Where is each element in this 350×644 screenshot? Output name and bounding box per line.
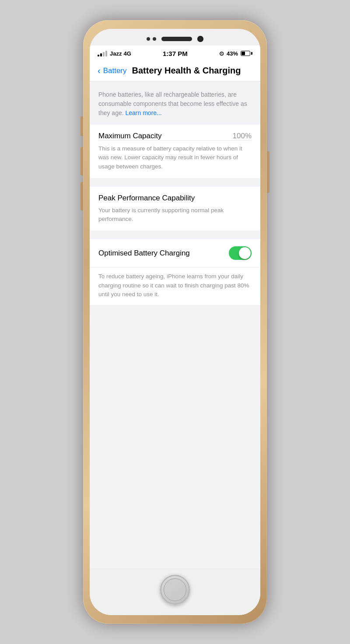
home-button-inner bbox=[164, 578, 186, 601]
bar2 bbox=[100, 53, 102, 56]
peak-performance-card: Peak Performance Capability Your battery… bbox=[90, 187, 260, 231]
battery-icon bbox=[241, 51, 252, 56]
phone-frame: Jazz 4G 1:37 PM ⊙ 43% bbox=[83, 20, 267, 624]
volume-down-button[interactable] bbox=[80, 182, 83, 210]
battery-tip bbox=[251, 52, 252, 55]
proximity-sensor bbox=[147, 37, 150, 41]
back-label[interactable]: Battery bbox=[103, 66, 127, 75]
earpiece-speaker bbox=[161, 37, 192, 41]
learn-more-link[interactable]: Learn more... bbox=[126, 109, 162, 116]
battery-body bbox=[241, 51, 250, 56]
home-area bbox=[90, 568, 260, 612]
maximum-capacity-card: Maximum Capacity 100% This is a measure … bbox=[90, 125, 260, 178]
battery-percent: 43% bbox=[227, 50, 238, 57]
section-gap-1 bbox=[90, 179, 260, 187]
peak-performance-description: Your battery is currently supporting nor… bbox=[98, 206, 252, 224]
bar3 bbox=[103, 52, 105, 56]
optimised-charging-label: Optimised Battery Charging bbox=[98, 249, 190, 258]
back-button[interactable]: ‹ Battery bbox=[98, 66, 127, 76]
network-type: 4G bbox=[123, 50, 131, 57]
toggle-knob bbox=[239, 247, 251, 259]
camera-area bbox=[147, 36, 203, 42]
status-time: 1:37 PM bbox=[163, 50, 188, 57]
battery-fill bbox=[242, 52, 245, 55]
capacity-description: This is a measure of battery capacity re… bbox=[98, 144, 252, 171]
optimised-charging-toggle[interactable] bbox=[229, 246, 252, 260]
section-gap-2 bbox=[90, 231, 260, 239]
status-left: Jazz 4G bbox=[98, 50, 131, 57]
top-hardware bbox=[90, 29, 260, 46]
back-chevron-icon: ‹ bbox=[98, 66, 101, 76]
page-title: Battery Health & Charging bbox=[132, 66, 241, 76]
signal-bars bbox=[98, 51, 107, 56]
content-area: Phone batteries, like all rechargeable b… bbox=[90, 81, 260, 568]
screen: Jazz 4G 1:37 PM ⊙ 43% bbox=[90, 46, 260, 568]
bar4 bbox=[105, 51, 107, 56]
capacity-value: 100% bbox=[233, 132, 252, 140]
peak-performance-label: Peak Performance Capability bbox=[98, 194, 195, 202]
intro-section: Phone batteries, like all rechargeable b… bbox=[90, 81, 260, 125]
charging-description-card: To reduce battery ageing, iPhone learns … bbox=[90, 268, 260, 305]
status-right: ⊙ 43% bbox=[219, 50, 252, 57]
optimised-charging-description: To reduce battery ageing, iPhone learns … bbox=[98, 272, 252, 299]
phone-screen-area: Jazz 4G 1:37 PM ⊙ 43% bbox=[90, 29, 260, 615]
screen-bottom bbox=[90, 612, 260, 615]
ambient-sensor bbox=[153, 37, 156, 41]
power-button[interactable] bbox=[267, 151, 270, 193]
optimised-charging-card: Optimised Battery Charging bbox=[90, 239, 260, 267]
capacity-divider bbox=[98, 140, 252, 141]
intro-text: Phone batteries, like all rechargeable b… bbox=[98, 91, 247, 116]
front-camera bbox=[197, 36, 203, 42]
charging-toggle-row: Optimised Battery Charging bbox=[98, 246, 252, 260]
home-button[interactable] bbox=[160, 575, 190, 605]
nav-header: ‹ Battery Battery Health & Charging bbox=[90, 61, 260, 81]
capacity-row: Maximum Capacity 100% bbox=[98, 132, 252, 140]
status-bar: Jazz 4G 1:37 PM ⊙ 43% bbox=[90, 46, 260, 61]
carrier-name: Jazz bbox=[110, 50, 122, 57]
bar1 bbox=[98, 55, 99, 56]
capacity-label: Maximum Capacity bbox=[98, 132, 162, 140]
location-icon: ⊙ bbox=[219, 50, 224, 57]
mute-button[interactable] bbox=[80, 116, 83, 136]
volume-up-button[interactable] bbox=[80, 147, 83, 175]
